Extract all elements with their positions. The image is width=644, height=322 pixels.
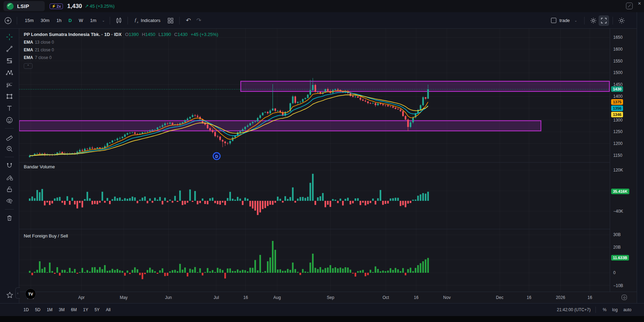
range-1M[interactable]: 1M xyxy=(44,306,56,314)
range-3M[interactable]: 3M xyxy=(56,306,68,314)
chart-style-candles-icon[interactable] xyxy=(114,15,124,26)
remove-drawings-icon[interactable] xyxy=(3,212,15,224)
symbol-legend[interactable]: PP London Sumatra Indonesia Tbk. · 1D · … xyxy=(24,32,218,69)
symbol-search-plus-icon[interactable] xyxy=(3,15,13,26)
edit-panel-icon[interactable] xyxy=(625,2,634,12)
time-label: 2026 xyxy=(556,295,565,300)
fib-retracement-icon[interactable] xyxy=(3,55,15,66)
price-tick: 1250 xyxy=(613,129,623,134)
lock-icon[interactable] xyxy=(3,183,15,195)
time-label: Nov xyxy=(443,295,450,300)
crosshair-icon[interactable] xyxy=(3,31,15,43)
settings-gear-icon[interactable] xyxy=(588,15,599,26)
last-price: 1,430 xyxy=(67,3,82,10)
bottom-right-controls: 21:42:00 (UTC+7) % log auto xyxy=(557,306,634,314)
price-tick: 1400 xyxy=(613,94,623,99)
rectangle-icon[interactable] xyxy=(3,90,15,102)
price-axis[interactable]: 1650160015501500145014001300125012001150… xyxy=(610,29,637,292)
nf-pane-title[interactable]: Net Foreign Buy / Sell xyxy=(24,233,68,239)
price-tick: 1300 xyxy=(613,118,623,123)
price-tick: 1500 xyxy=(613,70,623,75)
volume-tick: 120K xyxy=(613,168,623,173)
time-axis[interactable]: MarAprMayJunJul16AugSepOct16NovDec162026… xyxy=(19,292,637,303)
emoji-icon[interactable] xyxy=(3,114,15,126)
divider xyxy=(110,17,110,24)
percent-scale-button[interactable]: % xyxy=(601,306,609,314)
drawing-pencil-lock-icon[interactable] xyxy=(3,171,15,183)
fullscreen-icon[interactable] xyxy=(599,15,609,26)
clock[interactable]: 21:42:00 (UTC+7) xyxy=(557,307,591,312)
brightness-sun-icon[interactable] xyxy=(616,15,627,26)
zoom-in-icon[interactable] xyxy=(3,143,15,154)
trading-app: LSIP ⚡2x 1,430 ↗ 45 (+3.25%) ✕ 15m30m1hD… xyxy=(0,0,644,322)
time-label: Dec xyxy=(496,295,503,300)
redo-icon[interactable]: ↷ xyxy=(194,15,204,26)
ohlc-h: H1450 xyxy=(142,32,155,37)
range-buttons: 1D5D1M3M6M1Y5YAll xyxy=(0,306,114,314)
right-panel-strip xyxy=(637,12,644,316)
undo-icon[interactable]: ↶ xyxy=(183,15,194,26)
square-icon xyxy=(551,18,556,23)
nf-badge: 11.633B xyxy=(611,255,629,261)
time-axis-settings-icon[interactable] xyxy=(622,295,627,300)
ema-legend-0[interactable]: EMA13 close 0 xyxy=(24,40,218,45)
svg-text:D: D xyxy=(215,154,218,159)
range-1Y[interactable]: 1Y xyxy=(80,306,92,314)
volume-tick: −40K xyxy=(613,209,623,214)
ohlc-l: L1390 xyxy=(158,32,171,37)
leverage-badge[interactable]: ⚡2x xyxy=(50,3,63,9)
price-tick: 1650 xyxy=(613,35,623,40)
chevron-down-icon: ⌄ xyxy=(573,19,579,22)
magnet-icon[interactable] xyxy=(3,160,15,171)
legend-collapse-button[interactable]: ⌃ xyxy=(24,63,32,69)
nf-tick: 20B xyxy=(613,245,621,250)
fx-icon: ƒx xyxy=(134,17,138,24)
price-tick: 1150 xyxy=(613,153,622,158)
window-controls: ✕ xyxy=(625,0,643,12)
range-1D[interactable]: 1D xyxy=(20,306,32,314)
text-icon[interactable] xyxy=(3,102,15,114)
nf-tick: 0 xyxy=(613,270,616,275)
time-label: 16 xyxy=(243,295,248,300)
interval-D[interactable]: D xyxy=(66,16,74,25)
price-badge: 1430 xyxy=(611,86,623,92)
log-scale-button[interactable]: log xyxy=(610,306,620,314)
interval-dropdown-icon[interactable]: ⌄ xyxy=(101,19,106,22)
supply-demand-zone[interactable] xyxy=(19,121,541,131)
time-label: Apr xyxy=(78,295,85,300)
divider xyxy=(613,17,613,24)
close-icon[interactable]: ✕ xyxy=(636,0,643,7)
ema-legend-1[interactable]: EMA21 close 0 xyxy=(24,47,218,52)
hide-drawings-icon[interactable] xyxy=(3,195,15,207)
symbol-button[interactable]: LSIP xyxy=(3,1,45,11)
range-5Y[interactable]: 5Y xyxy=(91,306,103,314)
favorites-star-icon[interactable] xyxy=(4,289,16,301)
time-label: Sep xyxy=(327,295,334,300)
dividend-marker[interactable]: D xyxy=(213,153,220,160)
supply-demand-zone[interactable] xyxy=(241,81,609,92)
range-6M[interactable]: 6M xyxy=(68,306,80,314)
time-label: 16 xyxy=(414,295,418,300)
interval-1m[interactable]: 1m xyxy=(87,16,99,25)
price-tick: 1200 xyxy=(613,141,623,146)
interval-30m[interactable]: 30m xyxy=(38,16,52,25)
tradingview-logo[interactable]: TV xyxy=(25,288,36,299)
range-All[interactable]: All xyxy=(103,306,114,314)
indicators-button[interactable]: ƒx Indicators xyxy=(131,16,163,25)
trade-button[interactable]: trade ⌄ xyxy=(549,16,581,24)
xabcd-pattern-icon[interactable] xyxy=(3,67,15,78)
trend-line-icon[interactable] xyxy=(3,43,15,54)
ema-legend-2[interactable]: EMA7 close 0 xyxy=(24,55,218,60)
projection-icon[interactable] xyxy=(3,79,15,90)
toolbar-right: trade ⌄ xyxy=(549,15,627,26)
time-label: Jun xyxy=(165,295,172,300)
volume-pane-title[interactable]: Bandar Volume xyxy=(24,164,55,169)
ruler-icon[interactable] xyxy=(3,131,15,142)
layout-grid-icon[interactable] xyxy=(165,15,176,26)
interval-15m[interactable]: 15m xyxy=(22,16,36,25)
range-5D[interactable]: 5D xyxy=(32,306,43,314)
interval-W[interactable]: W xyxy=(76,16,86,25)
pane-collapse-tab[interactable]: ‹ xyxy=(15,287,20,299)
auto-scale-button[interactable]: auto xyxy=(621,306,634,314)
interval-1h[interactable]: 1h xyxy=(54,16,64,25)
